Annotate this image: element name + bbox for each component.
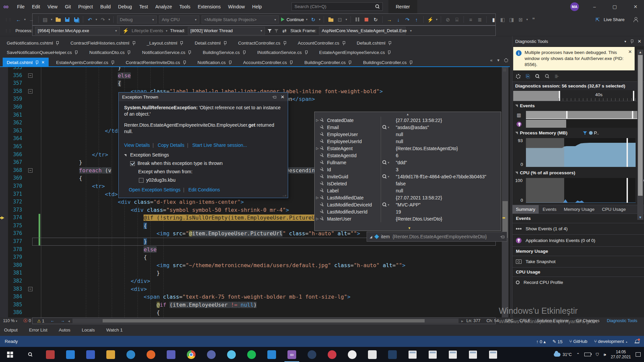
weather-widget[interactable]: 31°C [554,352,572,357]
restart-icon[interactable]: ↻ [310,15,317,23]
fold-icon[interactable]: − [28,168,33,173]
module-exclude-checkbox[interactable] [139,178,144,183]
expand-icon[interactable]: ▷ [315,217,320,221]
zoom-out-icon[interactable] [545,74,549,78]
panel-scrollbar[interactable]: ▲ ▼ [637,50,643,220]
tab-GetNotifications.cshtml[interactable]: GetNotifications.cshtml [3,38,63,48]
code-line-384[interactable]: 384 <span class="text-dark-75 font-weigh… [0,293,510,301]
datatip-row-InviteGuid[interactable]: InviteGuid▾"14b9d178-ff1e-4864-a9e0-e7bb… [315,173,501,180]
events-section-header[interactable]: Events [513,101,644,110]
startup-project-select[interactable]: <Multiple Startup Projects>▾ [202,15,279,23]
line-number[interactable]: 378 [0,246,23,254]
cpu-chart[interactable]: 100 0 100 0 [526,178,635,203]
datatip-row-Id[interactable]: Id3 [315,166,501,173]
search-input[interactable]: Search (Ctrl+Q) [291,2,383,11]
tab-Detail.cshtml[interactable]: Detail.cshtml [191,38,230,48]
taskbar-movies-tv[interactable] [80,347,101,362]
tab-EstateAgentEmployeeService.cs[interactable]: EstateAgentEmployeeService.cs [315,48,395,57]
pin-icon[interactable] [228,60,232,65]
code-line-356[interactable]: 356− else [0,72,510,80]
taskbar-app-red[interactable] [40,347,60,362]
zoom-in-icon[interactable] [535,74,540,78]
scrollbar-thumb[interactable] [638,55,643,196]
step-out-icon[interactable]: ↑ [413,15,420,23]
close-icon[interactable]: ✕ [281,94,284,100]
taskbar-vs-code[interactable] [262,347,282,362]
taskbar-edge[interactable] [121,347,141,362]
tab-AccountsController.cs[interactable]: AccountsController.cs [239,58,297,67]
datatip-row-EstateAgentId[interactable]: EstateAgentId6 [315,152,501,159]
line-number[interactable]: 361 [0,111,23,119]
line-number[interactable]: 357 [0,79,23,87]
panel-tab-error-list[interactable]: Error List [29,327,48,333]
line-number[interactable]: 384 [0,293,23,301]
tab-NotificationService.cs[interactable]: NotificationService.cs [138,48,195,57]
expand-icon[interactable]: ▷ [315,146,320,150]
selection-handle[interactable] [627,138,628,167]
lifecycle-events-icon[interactable]: ⚡ [122,27,129,35]
taskbar-file-explorer[interactable] [101,347,121,362]
line-number[interactable]: 373 [0,206,23,214]
pin-icon[interactable] [183,60,186,65]
tab-EstateAgentsController.cs[interactable]: EstateAgentsController.cs [52,58,118,67]
indent-increase-icon[interactable]: ≣ [476,15,483,23]
window-position-icon[interactable]: ▾ [625,40,626,43]
sync-indicator[interactable]: ↑ 0 ▴ [536,339,546,344]
cpu-section-header[interactable]: CPU (% of all processors) [513,168,644,177]
taskbar-search[interactable] [20,347,40,362]
panel-tab-locals[interactable]: Locals [82,327,95,333]
open-exception-settings-link[interactable]: Open Exception Settings [129,187,180,192]
pin-icon[interactable] [223,41,227,45]
show-events-link[interactable]: Show Events (1 of 4) [513,223,644,235]
tab-_Layout.cshtml[interactable]: _Layout.cshtml [143,38,187,48]
breakpoints-window-icon[interactable]: ⊘ [444,15,451,23]
navigate-back-icon[interactable]: ← [15,15,22,23]
taskbar-opera[interactable] [322,347,342,362]
line-number[interactable]: 368 [0,167,23,175]
pin-icon[interactable] [243,50,246,55]
line-number[interactable]: 380 [0,261,23,269]
taskbar-visual-studio[interactable]: ∞ [282,347,302,362]
close-button[interactable]: ✕ [628,0,643,13]
split-editor-grip[interactable]: ⋯⋯ [503,68,507,72]
line-number[interactable]: 355 [0,67,23,72]
code-line-380[interactable]: 380 <img src="~/theme/metronicnew/media/… [0,261,510,269]
pin-icon[interactable] [630,39,634,44]
tab-ContractController.cs[interactable]: ContractController.cs [234,38,290,48]
tab-Detail.cshtml[interactable]: Detail.cshtml✕ [3,58,49,67]
browse-with-icon[interactable] [327,15,334,23]
prev-bookmark-icon[interactable]: ◧ [499,15,506,23]
memory-section-header[interactable]: Process Memory (MB) P.. [513,128,644,137]
restore-button[interactable]: ▢ [607,0,622,13]
tab-SaveNotificationQueueHelper.cs[interactable]: SaveNotificationQueueHelper.cs [3,48,82,57]
editor-horizontal-scrollbar[interactable] [72,318,459,323]
datatip-row-IsDeleted[interactable]: IsDeletedfalse [315,180,501,187]
nav-back-icon[interactable]: ← [50,318,55,323]
taskbar-terminal[interactable] [382,347,402,362]
pin-icon[interactable] [348,60,352,65]
scroll-up-icon[interactable]: ▲ [315,112,501,117]
repo-indicator[interactable]: ⑂ GitHub [569,339,587,344]
taskbar-mail[interactable] [60,347,80,362]
datatip-row-LastModifiedDate[interactable]: ▷LastModifiedDate{27.07.2021 13:58:22} [315,194,501,201]
tab-diagnostic-tools[interactable]: Diagnostic Tools [607,318,637,323]
tab-summary[interactable]: Summary [513,205,539,214]
action-center-icon[interactable] [636,352,641,357]
close-icon[interactable]: ✕ [638,39,641,44]
menu-debug[interactable]: Debug [114,4,136,9]
break-when-thrown-checkbox[interactable] [130,161,135,166]
tab-ContractRenterInviteDto.cs[interactable]: ContractRenterInviteDto.cs [122,58,190,67]
close-icon[interactable]: ✕ [41,60,45,65]
menu-tools[interactable]: Tools [176,4,194,9]
datatip-row-MasterUser[interactable]: ▷MasterUser{Renter.Dtos.UserDto} [315,215,501,222]
menu-window[interactable]: Window [224,4,249,9]
diagnostic-tools-titlebar[interactable]: Diagnostic Tools ▾ ✕ [513,36,644,46]
text-visualizer-icon[interactable] [382,202,387,207]
text-visualizer-icon[interactable] [382,125,387,129]
panel-tab-output[interactable]: Output [4,327,18,333]
fold-icon[interactable]: − [28,89,33,94]
code-line-379[interactable]: 379 { [0,253,510,261]
code-line-357[interactable]: 357 { [0,79,510,87]
fold-icon[interactable]: − [28,287,33,291]
stack-frame-select[interactable]: AspNetCore.Views_EstateAgent_Detail.Exe▾ [319,27,406,35]
